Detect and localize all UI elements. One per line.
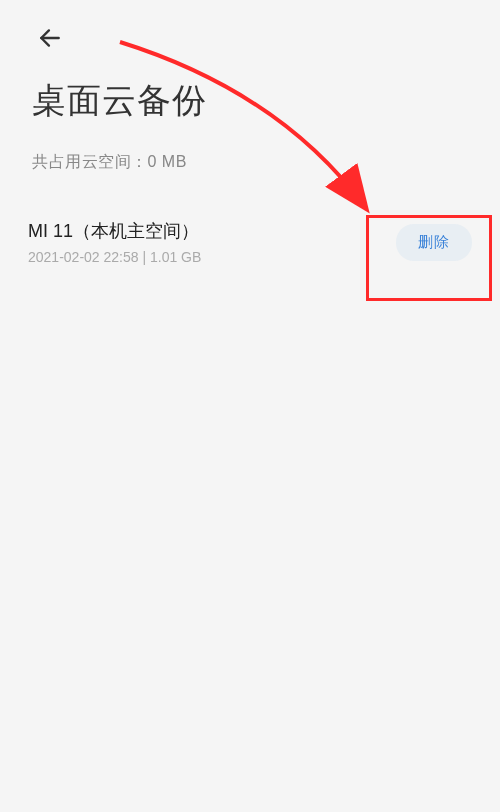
cloud-usage-summary: 共占用云空间：0 MB xyxy=(0,124,500,173)
back-arrow-icon xyxy=(37,25,63,55)
backup-item-text: MI 11（本机主空间） 2021-02-02 22:58 | 1.01 GB xyxy=(28,219,201,265)
delete-button[interactable]: 删除 xyxy=(396,224,472,261)
page-title: 桌面云备份 xyxy=(32,78,470,124)
backup-list: MI 11（本机主空间） 2021-02-02 22:58 | 1.01 GB … xyxy=(0,215,500,269)
backup-list-item: MI 11（本机主空间） 2021-02-02 22:58 | 1.01 GB … xyxy=(24,215,476,269)
backup-meta: 2021-02-02 22:58 | 1.01 GB xyxy=(28,249,201,265)
backup-device-name: MI 11（本机主空间） xyxy=(28,219,201,243)
back-button[interactable] xyxy=(30,20,70,60)
